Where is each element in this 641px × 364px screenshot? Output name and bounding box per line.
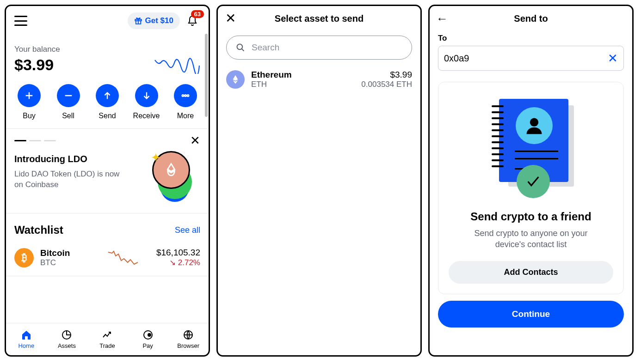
plus-icon (24, 91, 34, 101)
contacts-desc: Send crypto to anyone on your device's c… (462, 228, 600, 250)
home-icon (21, 329, 32, 340)
notification-badge: 63 (191, 10, 204, 18)
balance-label: Your balance (14, 45, 60, 54)
to-label: To (438, 34, 624, 43)
receive-button[interactable]: Receive (132, 84, 161, 120)
arrow-up-icon (102, 91, 112, 101)
menu-button[interactable] (14, 16, 27, 26)
send-to-screen: ← Send to To ✕ Send crypto to a friend S… (428, 5, 634, 357)
dots-icon (180, 91, 191, 101)
back-button[interactable]: ← (436, 12, 448, 24)
send-button[interactable]: Send (92, 84, 122, 120)
balance-amount: $3.99 (14, 56, 60, 74)
lido-icon (163, 162, 179, 178)
search-input[interactable] (252, 42, 402, 53)
svg-point-9 (237, 44, 243, 50)
bottom-tab-bar: Home Assets Trade Pay Browser (6, 323, 209, 355)
dismiss-card-button[interactable]: ✕ (190, 134, 200, 146)
get-reward-pill[interactable]: Get $10 (128, 12, 180, 29)
tab-trade[interactable]: Trade (87, 323, 128, 355)
carousel-indicator[interactable] (14, 140, 56, 141)
clear-input-button[interactable]: ✕ (608, 52, 618, 64)
check-icon (525, 174, 541, 189)
scrollbar[interactable] (205, 34, 208, 117)
tab-home[interactable]: Home (6, 323, 47, 355)
home-screen: Get $10 63 Your balance $3.99 (5, 5, 210, 357)
person-icon (524, 115, 544, 136)
reward-label: Get $10 (145, 16, 173, 25)
search-field[interactable] (226, 36, 412, 60)
svg-point-3 (185, 95, 186, 97)
arrow-down-icon (142, 91, 152, 101)
balance-sparkline (154, 55, 200, 74)
search-icon (236, 43, 245, 52)
notifications-button[interactable]: 63 (185, 13, 200, 29)
continue-button[interactable]: Continue (438, 301, 624, 328)
globe-icon (183, 329, 194, 340)
svg-point-2 (182, 95, 184, 97)
promo-card[interactable]: Introducing LDO Lido DAO Token (LDO) is … (6, 146, 209, 213)
sell-button[interactable]: Sell (54, 84, 83, 120)
ethereum-icon (226, 70, 245, 89)
svg-point-7 (148, 333, 151, 337)
svg-point-4 (187, 95, 189, 97)
chart-icon (102, 329, 113, 340)
asset-row-eth[interactable]: Ethereum ETH $3.99 0.003534 ETH (218, 65, 420, 94)
screen-title: Select asset to send (275, 13, 364, 24)
buy-button[interactable]: Buy (14, 84, 44, 120)
svg-point-10 (530, 118, 538, 127)
card-desc: Lido DAO Token (LDO) is now on Coinbase (14, 169, 125, 190)
pie-icon (61, 329, 72, 340)
bitcoin-icon: ₿ (14, 248, 34, 267)
address-field[interactable]: ✕ (438, 46, 624, 71)
minus-icon (63, 91, 74, 101)
screen-title: Send to (514, 13, 548, 24)
card-title: Introducing LDO (14, 154, 125, 164)
pay-icon (142, 329, 154, 340)
close-button[interactable]: ✕ (225, 12, 236, 25)
contacts-card: Send crypto to a friend Send crypto to a… (438, 82, 624, 294)
see-all-link[interactable]: See all (175, 225, 200, 235)
tab-assets[interactable]: Assets (47, 323, 87, 355)
add-contacts-button[interactable]: Add Contacts (449, 261, 613, 284)
watchlist-heading: Watchlist (14, 224, 63, 237)
more-button[interactable]: More (171, 84, 200, 120)
contacts-illustration (487, 99, 575, 198)
tab-browser[interactable]: Browser (168, 323, 209, 355)
btc-sparkline (107, 249, 140, 266)
contacts-title: Send crypto to a friend (470, 210, 591, 223)
sparkle-icon: ✦ (151, 151, 161, 165)
watchlist-item-btc[interactable]: ₿ Bitcoin BTC $16,105.32 ↘ 2.72% (6, 239, 209, 276)
tab-pay[interactable]: Pay (128, 323, 168, 355)
address-input[interactable] (444, 53, 608, 64)
ldo-graphic: ✦ (149, 151, 200, 202)
select-asset-screen: ✕ Select asset to send Ethereum ETH $3.9… (216, 5, 422, 357)
gift-icon (134, 17, 142, 25)
